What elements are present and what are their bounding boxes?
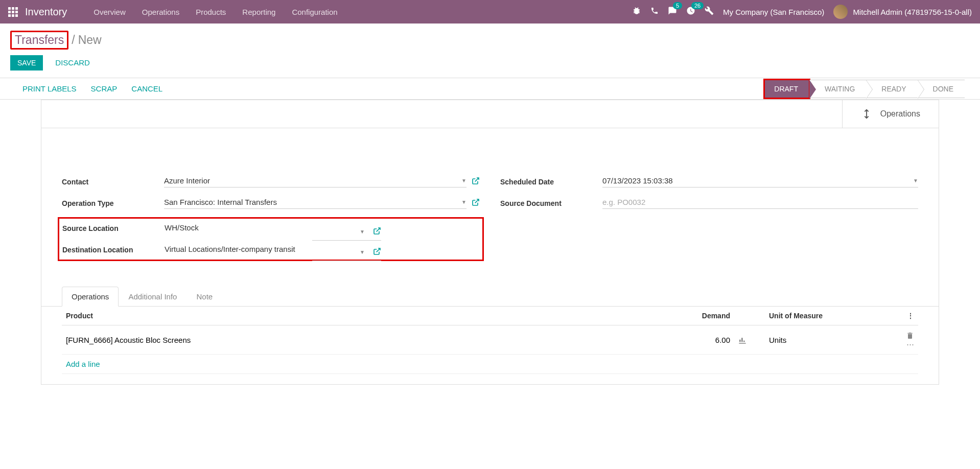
contact-field[interactable]: Azure Interior bbox=[164, 176, 456, 185]
nav-right-icons: 5 26 bbox=[632, 6, 714, 17]
chevron-down-icon[interactable]: ▼ bbox=[913, 178, 918, 183]
nav-reporting[interactable]: Reporting bbox=[234, 8, 284, 16]
cell-product[interactable]: [FURN_6666] Acoustic Bloc Screens bbox=[62, 325, 663, 355]
product-table: Product Demand Unit of Measure ⋮ [FURN_6… bbox=[41, 307, 939, 384]
col-demand: Demand bbox=[663, 307, 734, 325]
tab-additional-info[interactable]: Additional Info bbox=[119, 287, 186, 307]
chevron-down-icon[interactable]: ▼ bbox=[360, 249, 365, 255]
more-icon[interactable]: ⋯ bbox=[906, 340, 914, 348]
contact-label: Contact bbox=[62, 178, 164, 186]
tab-note[interactable]: Note bbox=[186, 287, 222, 307]
external-link-icon[interactable] bbox=[472, 177, 480, 187]
col-product: Product bbox=[62, 307, 663, 325]
cancel-button[interactable]: CANCEL bbox=[124, 78, 170, 99]
cell-uom[interactable]: Units bbox=[765, 325, 898, 355]
cell-demand[interactable]: 6.00 bbox=[663, 325, 734, 355]
user-menu[interactable]: Mitchell Admin (47819756-15-0-all) bbox=[833, 5, 972, 19]
external-link-icon[interactable] bbox=[373, 247, 381, 257]
status-steps: DRAFT WAITING READY DONE bbox=[764, 80, 965, 98]
operation-type-label: Operation Type bbox=[62, 199, 164, 207]
print-labels-button[interactable]: PRINT LABELS bbox=[15, 78, 84, 99]
source-location-label: Source Location bbox=[62, 224, 165, 232]
source-doc-label: Source Document bbox=[500, 199, 602, 207]
tab-operations[interactable]: Operations bbox=[62, 287, 119, 307]
table-row[interactable]: [FURN_6666] Acoustic Bloc Screens 6.00 U… bbox=[62, 325, 918, 355]
updown-icon bbox=[861, 108, 872, 120]
chevron-down-icon[interactable]: ▼ bbox=[461, 199, 466, 205]
status-waiting[interactable]: WAITING bbox=[809, 80, 866, 98]
activities-badge: 26 bbox=[691, 2, 704, 9]
forecast-icon[interactable] bbox=[738, 335, 746, 344]
messages-badge: 5 bbox=[673, 2, 682, 9]
col-uom: Unit of Measure bbox=[765, 307, 898, 325]
source-doc-field[interactable] bbox=[602, 198, 918, 206]
delete-icon[interactable] bbox=[906, 331, 914, 339]
stat-operations-label: Operations bbox=[880, 109, 920, 119]
user-name: Mitchell Admin (47819756-15-0-all) bbox=[853, 8, 972, 16]
breadcrumb-current: New bbox=[78, 33, 102, 47]
company-selector[interactable]: My Company (San Francisco) bbox=[723, 8, 824, 16]
stat-operations[interactable]: Operations bbox=[842, 100, 939, 128]
table-menu-icon[interactable]: ⋮ bbox=[898, 307, 918, 325]
action-bar: SAVE DISCARD bbox=[0, 52, 980, 78]
chevron-down-icon[interactable]: ▼ bbox=[461, 178, 466, 183]
save-button[interactable]: SAVE bbox=[10, 55, 43, 71]
chevron-down-icon[interactable]: ▼ bbox=[360, 229, 365, 235]
nav-overview[interactable]: Overview bbox=[85, 8, 134, 16]
breadcrumb: Transfers / New bbox=[0, 24, 980, 52]
scheduled-date-field[interactable]: 07/13/2023 15:03:38 bbox=[602, 176, 908, 185]
status-done[interactable]: DONE bbox=[918, 80, 965, 98]
nav-products[interactable]: Products bbox=[188, 8, 234, 16]
activities-icon[interactable]: 26 bbox=[686, 6, 695, 17]
operation-type-field[interactable]: San Francisco: Internal Transfers bbox=[164, 198, 456, 206]
nav-configuration[interactable]: Configuration bbox=[284, 8, 345, 16]
breadcrumb-transfers[interactable]: Transfers bbox=[15, 33, 64, 46]
tabs: Operations Additional Info Note bbox=[41, 287, 939, 307]
toolbar: PRINT LABELS SCRAP CANCEL DRAFT WAITING … bbox=[0, 78, 980, 100]
add-line-button[interactable]: Add a line bbox=[62, 355, 918, 374]
status-ready[interactable]: READY bbox=[866, 80, 917, 98]
phone-icon[interactable] bbox=[650, 7, 659, 17]
bug-icon[interactable] bbox=[632, 6, 641, 17]
tools-icon[interactable] bbox=[705, 6, 714, 17]
external-link-icon[interactable] bbox=[472, 198, 480, 208]
brand-label[interactable]: Inventory bbox=[25, 6, 67, 18]
status-draft[interactable]: DRAFT bbox=[764, 80, 809, 98]
discard-button[interactable]: DISCARD bbox=[53, 55, 92, 71]
apps-icon[interactable] bbox=[8, 7, 18, 17]
avatar bbox=[833, 5, 848, 19]
scrap-button[interactable]: SCRAP bbox=[84, 78, 125, 99]
dest-location-label: Destination Location bbox=[62, 246, 165, 254]
scheduled-date-label: Scheduled Date bbox=[500, 178, 602, 186]
messages-icon[interactable]: 5 bbox=[668, 6, 677, 17]
external-link-icon[interactable] bbox=[373, 227, 381, 237]
nav-operations[interactable]: Operations bbox=[134, 8, 188, 16]
form-sheet: Operations Contact Azure Interior ▼ Oper… bbox=[41, 100, 939, 385]
top-nav: Inventory Overview Operations Products R… bbox=[0, 0, 980, 24]
breadcrumb-sep: / bbox=[72, 33, 75, 47]
